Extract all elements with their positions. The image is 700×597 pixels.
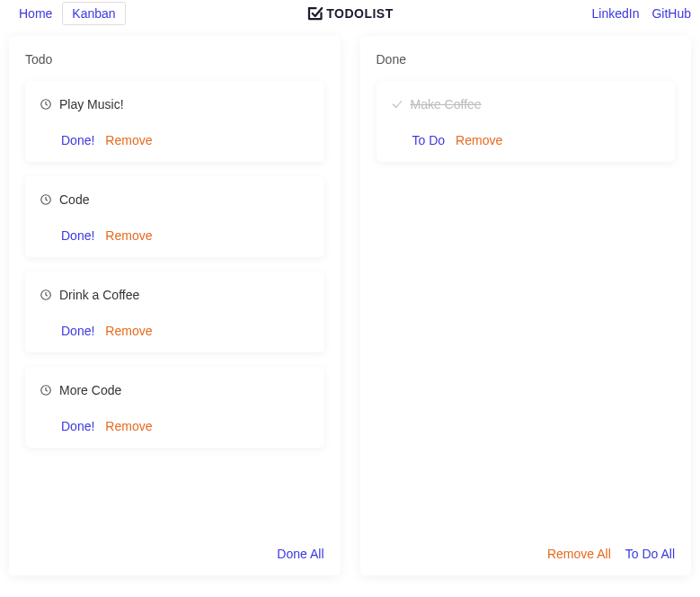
nav-right: LinkedIn GitHub [591, 6, 691, 21]
card-actions: Done! Remove [40, 228, 310, 243]
card-title: Make Coffee [411, 97, 482, 111]
todo-card[interactable]: Drink a Coffee Done! Remove [25, 272, 324, 352]
card-title: Drink a Coffee [59, 288, 139, 302]
card-actions: Done! Remove [40, 419, 310, 433]
remove-button[interactable]: Remove [105, 133, 152, 147]
remove-button[interactable]: Remove [456, 133, 502, 147]
card-head: Play Music! [40, 97, 310, 111]
remove-button[interactable]: Remove [105, 324, 152, 338]
check-icon [391, 98, 403, 111]
column-done: Done Make Coffee To Do Remove Remove All… [360, 36, 692, 575]
done-button[interactable]: Done! [61, 324, 94, 338]
header: Home Kanban TODOLIST LinkedIn GitHub [0, 0, 700, 27]
done-button[interactable]: Done! [61, 133, 94, 147]
column-todo: Todo Play Music! Done! Remove [9, 36, 341, 575]
column-todo-cards: Play Music! Done! Remove Code Done! Remo… [25, 81, 324, 525]
card-head: More Code [40, 383, 310, 397]
card-actions: Done! Remove [40, 324, 310, 338]
clock-icon [40, 384, 52, 397]
nav-kanban[interactable]: Kanban [62, 2, 125, 25]
todo-button[interactable]: To Do [412, 133, 446, 147]
column-done-cards: Make Coffee To Do Remove [377, 81, 676, 525]
todo-card[interactable]: Play Music! Done! Remove [25, 81, 324, 162]
clock-icon [40, 98, 52, 111]
card-title: More Code [59, 383, 121, 397]
remove-button[interactable]: Remove [105, 228, 152, 243]
remove-all-button[interactable]: Remove All [547, 547, 611, 561]
card-title: Play Music! [59, 97, 124, 111]
remove-button[interactable]: Remove [105, 419, 152, 433]
card-head: Drink a Coffee [40, 288, 310, 302]
nav-linkedin[interactable]: LinkedIn [591, 6, 639, 21]
column-done-footer: Remove All To Do All [377, 538, 676, 561]
logo: TODOLIST [306, 5, 394, 22]
card-actions: Done! Remove [40, 133, 310, 147]
card-head: Code [40, 192, 310, 207]
nav-home[interactable]: Home [9, 2, 62, 25]
done-button[interactable]: Done! [61, 419, 94, 433]
card-actions: To Do Remove [391, 133, 661, 147]
column-todo-footer: Done All [25, 538, 324, 561]
nav-left: Home Kanban [9, 2, 126, 25]
todo-card[interactable]: More Code Done! Remove [25, 367, 324, 448]
logo-check-icon [306, 5, 323, 22]
todo-card[interactable]: Code Done! Remove [25, 176, 324, 257]
kanban-board: Todo Play Music! Done! Remove [0, 27, 700, 593]
logo-text: TODOLIST [326, 6, 394, 21]
done-button[interactable]: Done! [61, 228, 94, 243]
done-all-button[interactable]: Done All [277, 547, 323, 561]
column-todo-title: Todo [25, 52, 324, 67]
card-title: Code [59, 192, 89, 207]
card-head: Make Coffee [391, 97, 661, 111]
clock-icon [40, 289, 52, 301]
clock-icon [40, 193, 52, 206]
nav-github[interactable]: GitHub [651, 6, 691, 21]
column-done-title: Done [377, 52, 676, 67]
todo-all-button[interactable]: To Do All [625, 547, 675, 561]
done-card[interactable]: Make Coffee To Do Remove [377, 81, 676, 162]
